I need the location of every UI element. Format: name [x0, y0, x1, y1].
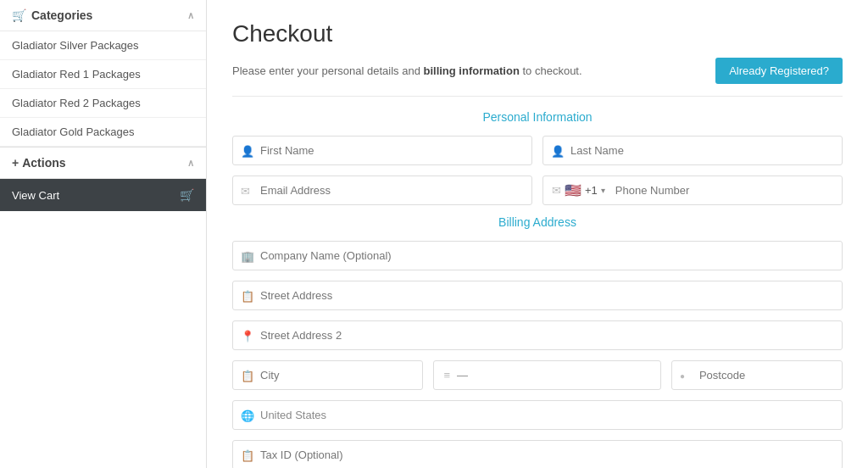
phone-input[interactable] — [609, 176, 842, 204]
phone-envelope-icon: ✉ — [552, 184, 561, 197]
location-icon: 📍 — [241, 329, 254, 342]
company-row: 🏢 — [232, 241, 843, 270]
sidebar-item-red1[interactable]: Gladiator Red 1 Packages — [0, 60, 206, 89]
already-registered-button[interactable]: Already Registered? — [715, 58, 843, 84]
postcode-icon: ● — [680, 370, 685, 380]
street2-row: 📍 — [232, 320, 843, 350]
phone-dropdown-icon[interactable]: ▾ — [601, 186, 605, 195]
city-field: 📋 — [232, 360, 423, 390]
street-icon: 📋 — [241, 289, 254, 302]
email-field: ✉ — [232, 176, 532, 205]
subtitle-row: Please enter your personal details and b… — [232, 58, 843, 84]
actions-chevron: ∧ — [187, 158, 194, 169]
country-input[interactable] — [232, 400, 843, 430]
plus-icon: + — [12, 156, 19, 170]
actions-header: + Actions ∧ — [0, 147, 206, 179]
phone-flag: 🇺🇸 — [565, 182, 581, 198]
tax-input[interactable] — [232, 440, 843, 468]
street-row: 📋 — [232, 281, 843, 310]
postcode-input[interactable] — [671, 360, 843, 390]
phone-prefix: +1 — [585, 184, 598, 197]
state-field: ≡ — — [433, 360, 661, 390]
first-name-field: 👤 — [232, 136, 532, 165]
tax-row: 📋 — [232, 440, 843, 468]
actions-label: Actions — [22, 156, 65, 170]
first-name-input[interactable] — [232, 136, 532, 165]
street2-input[interactable] — [232, 320, 843, 350]
sidebar-item-gold[interactable]: Gladiator Gold Packages — [0, 118, 206, 147]
state-select[interactable]: ≡ — — [433, 360, 661, 390]
main-content: Checkout Please enter your personal deta… — [207, 0, 868, 468]
last-name-field: 👤 — [542, 136, 843, 165]
tax-field: 📋 — [232, 440, 843, 468]
sidebar-item-red2[interactable]: Gladiator Red 2 Packages — [0, 89, 206, 118]
state-value: — — [457, 369, 468, 382]
street2-field: 📍 — [232, 320, 843, 350]
state-icon: ≡ — [444, 369, 451, 382]
company-input[interactable] — [232, 241, 843, 270]
subtitle-text: Please enter your personal details and b… — [232, 64, 582, 77]
city-input[interactable] — [232, 360, 423, 390]
street-input[interactable] — [232, 281, 843, 310]
city-row: 📋 ≡ — ● — [232, 360, 843, 390]
billing-address-label: Billing Address — [232, 215, 843, 229]
city-icon: 📋 — [241, 369, 254, 382]
section-divider-1 — [232, 96, 843, 97]
last-name-input[interactable] — [542, 136, 843, 165]
categories-chevron: ∧ — [187, 10, 194, 21]
view-cart-label: View Cart — [12, 189, 59, 202]
personal-info-label: Personal Information — [232, 110, 843, 124]
person-icon-first: 👤 — [241, 144, 254, 157]
phone-wrapper: ✉ 🇺🇸 +1 ▾ — [542, 176, 843, 205]
view-cart-button[interactable]: View Cart 🛒 — [0, 179, 206, 211]
email-icon: ✉ — [241, 184, 250, 197]
categories-label: Categories — [31, 8, 92, 22]
cart-icon-white: 🛒 — [180, 188, 194, 202]
country-field: 🌐 — [232, 400, 843, 430]
page-title: Checkout — [232, 20, 843, 47]
country-row: 🌐 — [232, 400, 843, 430]
phone-field: ✉ 🇺🇸 +1 ▾ — [542, 176, 843, 205]
sidebar: 🛒 Categories ∧ Gladiator Silver Packages… — [0, 0, 207, 468]
company-field: 🏢 — [232, 241, 843, 270]
tax-icon: 📋 — [241, 448, 254, 461]
street-field: 📋 — [232, 281, 843, 310]
sidebar-item-silver[interactable]: Gladiator Silver Packages — [0, 31, 206, 60]
globe-icon: 🌐 — [241, 409, 254, 421]
postcode-field: ● — [671, 360, 843, 390]
email-input[interactable] — [232, 176, 532, 205]
contact-row: ✉ ✉ 🇺🇸 +1 ▾ — [232, 176, 843, 205]
person-icon-last: 👤 — [551, 144, 565, 157]
name-row: 👤 👤 — [232, 136, 843, 165]
cart-icon: 🛒 — [12, 8, 26, 22]
building-icon: 🏢 — [241, 249, 254, 262]
categories-header: 🛒 Categories ∧ — [0, 0, 206, 31]
